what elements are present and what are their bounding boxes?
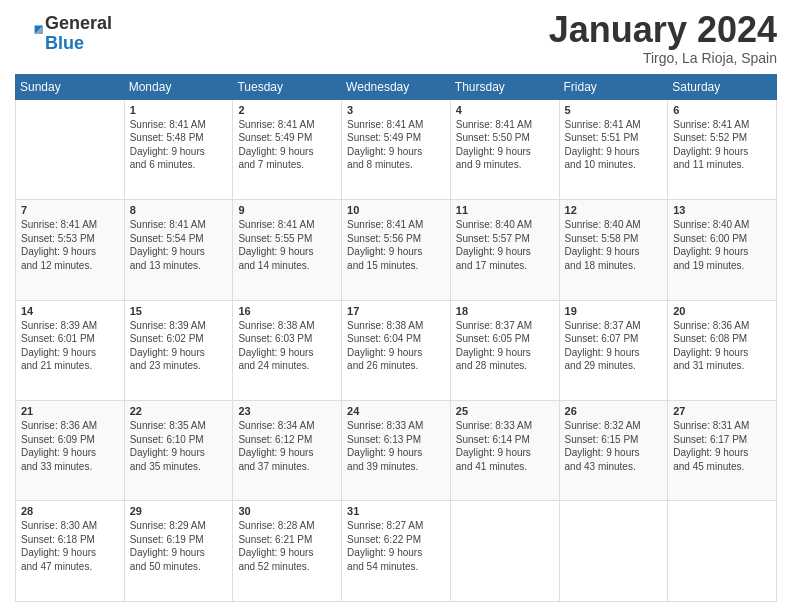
day-cell: 10Sunrise: 8:41 AMSunset: 5:56 PMDayligh… bbox=[342, 200, 451, 300]
day-cell: 26Sunrise: 8:32 AMSunset: 6:15 PMDayligh… bbox=[559, 401, 668, 501]
day-cell: 14Sunrise: 8:39 AMSunset: 6:01 PMDayligh… bbox=[16, 300, 125, 400]
day-cell: 13Sunrise: 8:40 AMSunset: 6:00 PMDayligh… bbox=[668, 200, 777, 300]
day-number: 12 bbox=[565, 204, 663, 216]
day-cell: 3Sunrise: 8:41 AMSunset: 5:49 PMDaylight… bbox=[342, 99, 451, 199]
day-cell: 19Sunrise: 8:37 AMSunset: 6:07 PMDayligh… bbox=[559, 300, 668, 400]
day-number: 14 bbox=[21, 305, 119, 317]
day-number: 11 bbox=[456, 204, 554, 216]
day-cell: 8Sunrise: 8:41 AMSunset: 5:54 PMDaylight… bbox=[124, 200, 233, 300]
day-cell: 18Sunrise: 8:37 AMSunset: 6:05 PMDayligh… bbox=[450, 300, 559, 400]
week-row-3: 21Sunrise: 8:36 AMSunset: 6:09 PMDayligh… bbox=[16, 401, 777, 501]
day-number: 27 bbox=[673, 405, 771, 417]
day-number: 20 bbox=[673, 305, 771, 317]
day-number: 28 bbox=[21, 505, 119, 517]
day-cell: 12Sunrise: 8:40 AMSunset: 5:58 PMDayligh… bbox=[559, 200, 668, 300]
day-cell: 24Sunrise: 8:33 AMSunset: 6:13 PMDayligh… bbox=[342, 401, 451, 501]
day-cell: 25Sunrise: 8:33 AMSunset: 6:14 PMDayligh… bbox=[450, 401, 559, 501]
day-info: Sunrise: 8:28 AMSunset: 6:21 PMDaylight:… bbox=[238, 519, 336, 573]
day-info: Sunrise: 8:41 AMSunset: 5:49 PMDaylight:… bbox=[238, 118, 336, 172]
day-cell: 31Sunrise: 8:27 AMSunset: 6:22 PMDayligh… bbox=[342, 501, 451, 602]
day-cell bbox=[668, 501, 777, 602]
day-info: Sunrise: 8:36 AMSunset: 6:09 PMDaylight:… bbox=[21, 419, 119, 473]
header-wednesday: Wednesday bbox=[342, 74, 451, 99]
day-number: 4 bbox=[456, 104, 554, 116]
day-number: 2 bbox=[238, 104, 336, 116]
header-monday: Monday bbox=[124, 74, 233, 99]
day-number: 18 bbox=[456, 305, 554, 317]
logo-icon bbox=[15, 20, 43, 48]
calendar-body: 1Sunrise: 8:41 AMSunset: 5:48 PMDaylight… bbox=[16, 99, 777, 601]
day-number: 26 bbox=[565, 405, 663, 417]
day-cell: 4Sunrise: 8:41 AMSunset: 5:50 PMDaylight… bbox=[450, 99, 559, 199]
day-cell: 15Sunrise: 8:39 AMSunset: 6:02 PMDayligh… bbox=[124, 300, 233, 400]
day-cell bbox=[16, 99, 125, 199]
day-cell: 17Sunrise: 8:38 AMSunset: 6:04 PMDayligh… bbox=[342, 300, 451, 400]
day-number: 31 bbox=[347, 505, 445, 517]
day-cell: 7Sunrise: 8:41 AMSunset: 5:53 PMDaylight… bbox=[16, 200, 125, 300]
day-cell: 9Sunrise: 8:41 AMSunset: 5:55 PMDaylight… bbox=[233, 200, 342, 300]
week-row-0: 1Sunrise: 8:41 AMSunset: 5:48 PMDaylight… bbox=[16, 99, 777, 199]
day-info: Sunrise: 8:41 AMSunset: 5:53 PMDaylight:… bbox=[21, 218, 119, 272]
day-number: 19 bbox=[565, 305, 663, 317]
day-cell: 6Sunrise: 8:41 AMSunset: 5:52 PMDaylight… bbox=[668, 99, 777, 199]
logo-text: General Blue bbox=[45, 14, 112, 54]
day-number: 24 bbox=[347, 405, 445, 417]
day-cell: 11Sunrise: 8:40 AMSunset: 5:57 PMDayligh… bbox=[450, 200, 559, 300]
header-friday: Friday bbox=[559, 74, 668, 99]
day-number: 13 bbox=[673, 204, 771, 216]
day-cell: 28Sunrise: 8:30 AMSunset: 6:18 PMDayligh… bbox=[16, 501, 125, 602]
page: General Blue January 2024 Tirgo, La Rioj… bbox=[0, 0, 792, 612]
header-sunday: Sunday bbox=[16, 74, 125, 99]
day-info: Sunrise: 8:41 AMSunset: 5:50 PMDaylight:… bbox=[456, 118, 554, 172]
week-row-2: 14Sunrise: 8:39 AMSunset: 6:01 PMDayligh… bbox=[16, 300, 777, 400]
day-number: 5 bbox=[565, 104, 663, 116]
day-info: Sunrise: 8:41 AMSunset: 5:51 PMDaylight:… bbox=[565, 118, 663, 172]
day-number: 21 bbox=[21, 405, 119, 417]
logo: General Blue bbox=[15, 14, 112, 54]
day-info: Sunrise: 8:41 AMSunset: 5:52 PMDaylight:… bbox=[673, 118, 771, 172]
day-number: 3 bbox=[347, 104, 445, 116]
day-info: Sunrise: 8:33 AMSunset: 6:13 PMDaylight:… bbox=[347, 419, 445, 473]
day-number: 22 bbox=[130, 405, 228, 417]
day-info: Sunrise: 8:40 AMSunset: 5:57 PMDaylight:… bbox=[456, 218, 554, 272]
month-title: January 2024 bbox=[549, 10, 777, 50]
day-cell bbox=[559, 501, 668, 602]
location: Tirgo, La Rioja, Spain bbox=[549, 50, 777, 66]
day-cell: 23Sunrise: 8:34 AMSunset: 6:12 PMDayligh… bbox=[233, 401, 342, 501]
day-info: Sunrise: 8:34 AMSunset: 6:12 PMDaylight:… bbox=[238, 419, 336, 473]
day-info: Sunrise: 8:36 AMSunset: 6:08 PMDaylight:… bbox=[673, 319, 771, 373]
day-cell: 22Sunrise: 8:35 AMSunset: 6:10 PMDayligh… bbox=[124, 401, 233, 501]
logo-general: General bbox=[45, 14, 112, 34]
day-number: 23 bbox=[238, 405, 336, 417]
day-cell: 29Sunrise: 8:29 AMSunset: 6:19 PMDayligh… bbox=[124, 501, 233, 602]
day-info: Sunrise: 8:41 AMSunset: 5:54 PMDaylight:… bbox=[130, 218, 228, 272]
day-info: Sunrise: 8:41 AMSunset: 5:56 PMDaylight:… bbox=[347, 218, 445, 272]
header: General Blue January 2024 Tirgo, La Rioj… bbox=[15, 10, 777, 66]
header-saturday: Saturday bbox=[668, 74, 777, 99]
week-row-1: 7Sunrise: 8:41 AMSunset: 5:53 PMDaylight… bbox=[16, 200, 777, 300]
day-number: 10 bbox=[347, 204, 445, 216]
header-row: SundayMondayTuesdayWednesdayThursdayFrid… bbox=[16, 74, 777, 99]
day-info: Sunrise: 8:41 AMSunset: 5:55 PMDaylight:… bbox=[238, 218, 336, 272]
day-number: 6 bbox=[673, 104, 771, 116]
day-cell bbox=[450, 501, 559, 602]
day-number: 30 bbox=[238, 505, 336, 517]
day-info: Sunrise: 8:33 AMSunset: 6:14 PMDaylight:… bbox=[456, 419, 554, 473]
day-info: Sunrise: 8:41 AMSunset: 5:49 PMDaylight:… bbox=[347, 118, 445, 172]
day-info: Sunrise: 8:32 AMSunset: 6:15 PMDaylight:… bbox=[565, 419, 663, 473]
day-info: Sunrise: 8:37 AMSunset: 6:07 PMDaylight:… bbox=[565, 319, 663, 373]
day-info: Sunrise: 8:39 AMSunset: 6:02 PMDaylight:… bbox=[130, 319, 228, 373]
day-info: Sunrise: 8:38 AMSunset: 6:03 PMDaylight:… bbox=[238, 319, 336, 373]
day-cell: 1Sunrise: 8:41 AMSunset: 5:48 PMDaylight… bbox=[124, 99, 233, 199]
day-cell: 16Sunrise: 8:38 AMSunset: 6:03 PMDayligh… bbox=[233, 300, 342, 400]
header-tuesday: Tuesday bbox=[233, 74, 342, 99]
day-cell: 20Sunrise: 8:36 AMSunset: 6:08 PMDayligh… bbox=[668, 300, 777, 400]
day-info: Sunrise: 8:31 AMSunset: 6:17 PMDaylight:… bbox=[673, 419, 771, 473]
header-thursday: Thursday bbox=[450, 74, 559, 99]
day-number: 7 bbox=[21, 204, 119, 216]
calendar-header: SundayMondayTuesdayWednesdayThursdayFrid… bbox=[16, 74, 777, 99]
day-info: Sunrise: 8:39 AMSunset: 6:01 PMDaylight:… bbox=[21, 319, 119, 373]
day-number: 8 bbox=[130, 204, 228, 216]
day-cell: 30Sunrise: 8:28 AMSunset: 6:21 PMDayligh… bbox=[233, 501, 342, 602]
day-info: Sunrise: 8:40 AMSunset: 6:00 PMDaylight:… bbox=[673, 218, 771, 272]
